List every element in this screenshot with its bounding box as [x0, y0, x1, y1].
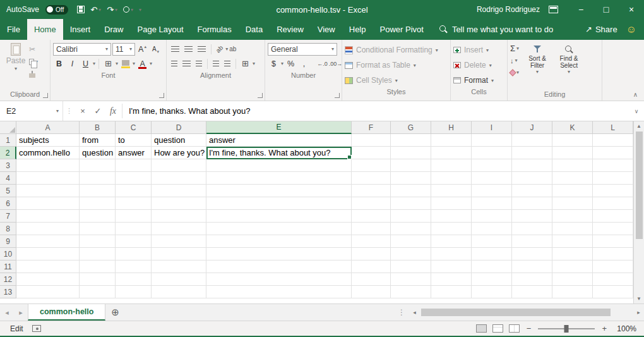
cell-K13[interactable] — [552, 286, 593, 298]
cell-K9[interactable] — [552, 235, 593, 248]
scroll-right-icon[interactable]: ▸ — [633, 304, 644, 321]
cell-E7[interactable] — [206, 210, 352, 223]
cell-G8[interactable] — [391, 223, 431, 235]
cell-F5[interactable] — [352, 185, 391, 197]
merge-dropdown-icon[interactable]: ▾ — [253, 61, 255, 66]
cell-F2[interactable] — [352, 147, 391, 159]
save-button[interactable] — [77, 6, 85, 13]
tab-data[interactable]: Data — [239, 19, 270, 40]
fill-color-dropdown-icon[interactable]: ▾ — [133, 61, 135, 66]
cell-J12[interactable] — [512, 273, 552, 286]
cell-L4[interactable] — [593, 172, 633, 185]
undo-button[interactable]: ↶▾ — [90, 5, 101, 15]
cell-I9[interactable] — [472, 235, 512, 248]
cell-J13[interactable] — [512, 286, 552, 298]
sheet-nav-left-icon[interactable]: ◂ — [0, 304, 14, 321]
sheet-tab-common-hello[interactable]: common-hello — [28, 304, 105, 321]
cell-A5[interactable] — [16, 185, 80, 197]
cell-E11[interactable] — [206, 260, 352, 273]
name-box[interactable]: E2 ▾ — [0, 101, 63, 121]
touch-mouse-mode-button[interactable]: ▾ — [123, 6, 133, 13]
cell-K1[interactable] — [552, 134, 593, 147]
tell-me-box[interactable]: Tell me what you want to do — [439, 19, 553, 40]
row-header-7[interactable]: 7 — [0, 210, 16, 223]
column-header-H[interactable]: H — [431, 121, 472, 134]
orientation-button[interactable]: ab — [215, 44, 225, 54]
cell-L7[interactable] — [593, 210, 633, 223]
cell-B1[interactable]: from — [80, 134, 116, 147]
cell-D5[interactable] — [152, 185, 206, 197]
cell-H13[interactable] — [431, 286, 472, 298]
conditional-formatting-button[interactable]: Conditional Formatting ▾ — [345, 43, 448, 57]
column-header-J[interactable]: J — [512, 121, 552, 134]
cell-B11[interactable] — [80, 260, 116, 273]
merge-center-button[interactable]: ⊞ — [239, 58, 251, 70]
cell-K7[interactable] — [552, 210, 593, 223]
cell-F8[interactable] — [352, 223, 391, 235]
cell-I10[interactable] — [472, 248, 512, 260]
enter-button[interactable]: ✓ — [90, 101, 105, 121]
cell-G11[interactable] — [391, 260, 431, 273]
cell-E2[interactable]: I'm fine, thanks. What about you? — [206, 147, 352, 159]
align-bottom-icon[interactable] — [198, 46, 206, 52]
align-left-icon[interactable] — [171, 61, 177, 66]
tab-formulas[interactable]: Formulas — [191, 19, 239, 40]
cell-E4[interactable] — [206, 172, 352, 185]
comma-style-button[interactable]: , — [298, 58, 310, 70]
cell-K5[interactable] — [552, 185, 593, 197]
column-header-C[interactable]: C — [116, 121, 152, 134]
cell-C9[interactable] — [116, 235, 152, 248]
tab-review[interactable]: Review — [270, 19, 311, 40]
column-header-B[interactable]: B — [80, 121, 116, 134]
cell-L3[interactable] — [593, 159, 633, 172]
cell-C2[interactable]: answer — [116, 147, 152, 159]
column-header-G[interactable]: G — [391, 121, 431, 134]
cell-A13[interactable] — [16, 286, 80, 298]
copy-button[interactable]: ▾ — [29, 56, 38, 67]
zoom-slider[interactable] — [538, 328, 595, 329]
cell-J4[interactable] — [512, 172, 552, 185]
cell-I5[interactable] — [472, 185, 512, 197]
row-header-1[interactable]: 1 — [0, 134, 16, 147]
cell-F13[interactable] — [352, 286, 391, 298]
customize-quick-access-button[interactable]: ▾ — [139, 7, 141, 13]
collapse-ribbon-icon[interactable]: ∧ — [633, 91, 638, 98]
cell-G4[interactable] — [391, 172, 431, 185]
cell-B3[interactable] — [80, 159, 116, 172]
cell-F4[interactable] — [352, 172, 391, 185]
insert-cells-button[interactable]: Insert ▾ — [453, 43, 504, 57]
sort-filter-button[interactable]: Sort & Filter ▾ — [522, 42, 553, 90]
row-header-3[interactable]: 3 — [0, 159, 16, 172]
horizontal-scrollbar[interactable]: ◂ ▸ — [409, 304, 644, 321]
formula-input[interactable]: I'm fine, thanks. What about you? — [124, 101, 629, 121]
cell-styles-button[interactable]: Cell Styles ▾ — [345, 73, 448, 87]
cell-C3[interactable] — [116, 159, 152, 172]
increase-indent-icon[interactable] — [224, 61, 230, 66]
clear-button[interactable]: ▾ — [510, 67, 519, 78]
cell-B9[interactable] — [80, 235, 116, 248]
ribbon-display-options-icon[interactable] — [549, 6, 558, 13]
cell-C1[interactable]: to — [116, 134, 152, 147]
row-header-11[interactable]: 11 — [0, 260, 16, 273]
wrap-text-button[interactable]: ab — [229, 46, 236, 52]
fill-color-button[interactable] — [119, 58, 131, 70]
cell-L6[interactable] — [593, 197, 633, 210]
cell-E5[interactable] — [206, 185, 352, 197]
cell-A7[interactable] — [16, 210, 80, 223]
accounting-format-button[interactable]: $ — [268, 58, 280, 70]
cell-J3[interactable] — [512, 159, 552, 172]
cell-J9[interactable] — [512, 235, 552, 248]
cell-K10[interactable] — [552, 248, 593, 260]
sheet-nav-right-icon[interactable]: ▸ — [14, 304, 28, 321]
cell-F9[interactable] — [352, 235, 391, 248]
percent-style-button[interactable]: % — [285, 58, 297, 70]
column-header-E[interactable]: E — [206, 121, 352, 134]
tab-help[interactable]: Help — [342, 19, 373, 40]
cell-G12[interactable] — [391, 273, 431, 286]
cell-J2[interactable] — [512, 147, 552, 159]
column-header-K[interactable]: K — [552, 121, 593, 134]
cell-L1[interactable] — [593, 134, 633, 147]
cell-B2[interactable]: question — [80, 147, 116, 159]
tab-view[interactable]: View — [311, 19, 342, 40]
cell-E1[interactable]: answer — [206, 134, 352, 147]
